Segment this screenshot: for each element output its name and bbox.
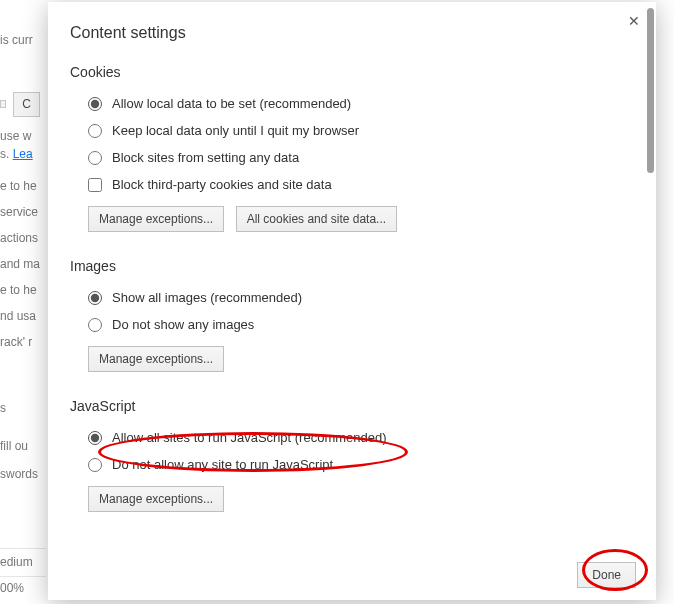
radio-input[interactable] — [88, 151, 102, 165]
bg-text: edium — [0, 548, 46, 577]
dialog-footer: Done — [48, 550, 656, 600]
bg-text: service — [0, 204, 38, 221]
radio-input[interactable] — [88, 458, 102, 472]
all-cookies-button[interactable]: All cookies and site data... — [236, 206, 397, 232]
radio-label: Do not show any images — [112, 317, 254, 332]
bg-text: nd usa — [0, 308, 36, 325]
bg-text: e to he — [0, 178, 37, 195]
dialog-body: Content settings Cookies Allow local dat… — [48, 2, 644, 554]
radio-label: Allow all sites to run JavaScript (recom… — [112, 430, 387, 445]
radio-input[interactable] — [88, 97, 102, 111]
radio-cookies-block[interactable]: Block sites from setting any data — [70, 144, 622, 171]
manage-exceptions-button[interactable]: Manage exceptions... — [88, 486, 224, 512]
button-row: Manage exceptions... — [70, 478, 622, 518]
bg-text: 00% — [0, 580, 24, 597]
radio-label: Do not allow any site to run JavaScript — [112, 457, 333, 472]
radio-label: Allow local data to be set (recommended) — [112, 96, 351, 111]
radio-input[interactable] — [88, 318, 102, 332]
section-heading: Cookies — [70, 64, 622, 80]
section-heading: JavaScript — [70, 398, 622, 414]
radio-input[interactable] — [88, 291, 102, 305]
section-javascript: JavaScript Allow all sites to run JavaSc… — [70, 398, 622, 518]
radio-input[interactable] — [88, 431, 102, 445]
bg-text: is curr — [0, 32, 33, 49]
bg-text: s — [0, 400, 6, 417]
checkbox-label: Block third-party cookies and site data — [112, 177, 332, 192]
bg-text: and ma — [0, 256, 40, 273]
radio-cookies-allow[interactable]: Allow local data to be set (recommended) — [70, 90, 622, 117]
dialog-title: Content settings — [70, 24, 622, 42]
bg-text: swords — [0, 466, 38, 483]
radio-js-block[interactable]: Do not allow any site to run JavaScript — [70, 451, 622, 478]
section-heading: Images — [70, 258, 622, 274]
manage-exceptions-button[interactable]: Manage exceptions... — [88, 346, 224, 372]
radio-label: Keep local data only until I quit my bro… — [112, 123, 359, 138]
manage-exceptions-button[interactable]: Manage exceptions... — [88, 206, 224, 232]
scrollbar-track[interactable] — [647, 4, 654, 552]
radio-label: Show all images (recommended) — [112, 290, 302, 305]
button-row: Manage exceptions... — [70, 338, 622, 378]
radio-input[interactable] — [88, 124, 102, 138]
button-row: Manage exceptions... All cookies and sit… — [70, 198, 622, 238]
bg-link[interactable]: Lea — [13, 147, 33, 161]
bg-text: s. Lea — [0, 146, 33, 163]
scrollbar-thumb[interactable] — [647, 8, 654, 173]
content-settings-dialog: ✕ Content settings Cookies Allow local d… — [48, 2, 656, 600]
checkbox-input[interactable] — [88, 178, 102, 192]
done-button[interactable]: Done — [577, 562, 636, 588]
radio-images-hide[interactable]: Do not show any images — [70, 311, 622, 338]
radio-images-show[interactable]: Show all images (recommended) — [70, 284, 622, 311]
section-cookies: Cookies Allow local data to be set (reco… — [70, 64, 622, 238]
radio-label: Block sites from setting any data — [112, 150, 299, 165]
bg-text: actions — [0, 230, 38, 247]
section-images: Images Show all images (recommended) Do … — [70, 258, 622, 378]
radio-js-allow[interactable]: Allow all sites to run JavaScript (recom… — [70, 424, 622, 451]
bg-button[interactable]: C — [13, 92, 40, 117]
radio-cookies-session[interactable]: Keep local data only until I quit my bro… — [70, 117, 622, 144]
checkbox-block-thirdparty[interactable]: Block third-party cookies and site data — [70, 171, 622, 198]
bg-text: use w — [0, 128, 31, 145]
bg-text: fill ou — [0, 438, 28, 455]
bg-text: e to he — [0, 282, 37, 299]
bg-buttons-row: C — [0, 92, 44, 117]
bg-text: rack' r — [0, 334, 32, 351]
